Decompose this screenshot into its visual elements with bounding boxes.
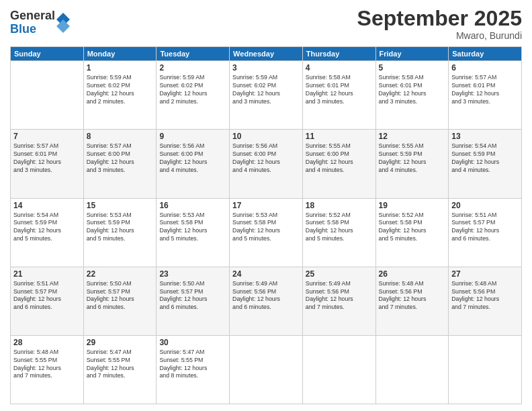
day-info: Sunrise: 5:59 AM Sunset: 6:02 PM Dayligh… [159, 74, 226, 106]
table-row [11, 61, 84, 130]
day-number: 15 [87, 201, 154, 210]
day-number: 9 [159, 132, 226, 141]
day-info: Sunrise: 5:47 AM Sunset: 5:55 PM Dayligh… [159, 349, 226, 381]
day-info: Sunrise: 5:55 AM Sunset: 5:59 PM Dayligh… [379, 142, 446, 175]
table-row: 3Sunrise: 5:59 AM Sunset: 6:02 PM Daylig… [230, 61, 303, 130]
table-row: 8Sunrise: 5:57 AM Sunset: 6:00 PM Daylig… [83, 130, 157, 198]
subtitle: Mwaro, Burundi [357, 30, 522, 41]
day-info: Sunrise: 5:53 AM Sunset: 5:58 PM Dayligh… [232, 212, 300, 244]
calendar-table: Sunday Monday Tuesday Wednesday Thursday… [10, 46, 522, 404]
calendar-week-row: 14Sunrise: 5:54 AM Sunset: 5:59 PM Dayli… [11, 198, 522, 267]
day-number: 1 [87, 63, 154, 73]
table-row: 9Sunrise: 5:56 AM Sunset: 6:00 PM Daylig… [157, 130, 230, 198]
day-info: Sunrise: 5:51 AM Sunset: 5:57 PM Dayligh… [451, 212, 519, 244]
table-row: 28Sunrise: 5:48 AM Sunset: 5:55 PM Dayli… [11, 335, 84, 404]
day-info: Sunrise: 5:57 AM Sunset: 6:01 PM Dayligh… [451, 74, 519, 106]
day-number: 7 [13, 132, 81, 141]
day-number: 26 [379, 269, 446, 279]
calendar-header-row: Sunday Monday Tuesday Wednesday Thursday… [11, 47, 522, 61]
calendar-week-row: 1Sunrise: 5:59 AM Sunset: 6:02 PM Daylig… [11, 61, 522, 130]
table-row: 25Sunrise: 5:49 AM Sunset: 5:56 PM Dayli… [302, 267, 375, 335]
day-number: 25 [306, 269, 373, 279]
day-number: 24 [232, 269, 300, 279]
day-info: Sunrise: 5:54 AM Sunset: 5:59 PM Dayligh… [13, 212, 81, 244]
table-row: 17Sunrise: 5:53 AM Sunset: 5:58 PM Dayli… [230, 198, 303, 267]
day-info: Sunrise: 5:49 AM Sunset: 5:56 PM Dayligh… [306, 280, 373, 312]
col-wednesday: Wednesday [230, 47, 303, 61]
col-thursday: Thursday [302, 47, 375, 61]
day-info: Sunrise: 5:56 AM Sunset: 6:00 PM Dayligh… [232, 142, 300, 175]
table-row: 30Sunrise: 5:47 AM Sunset: 5:55 PM Dayli… [157, 335, 230, 404]
day-number: 22 [87, 269, 154, 279]
day-number: 5 [379, 63, 446, 73]
day-number: 4 [306, 63, 373, 73]
day-info: Sunrise: 5:57 AM Sunset: 6:00 PM Dayligh… [87, 142, 154, 175]
table-row: 6Sunrise: 5:57 AM Sunset: 6:01 PM Daylig… [449, 61, 522, 130]
header: General Blue September 2025 Mwaro, Burun… [10, 7, 522, 41]
day-info: Sunrise: 5:48 AM Sunset: 5:56 PM Dayligh… [451, 280, 519, 312]
table-row: 19Sunrise: 5:52 AM Sunset: 5:58 PM Dayli… [375, 198, 449, 267]
day-info: Sunrise: 5:59 AM Sunset: 6:02 PM Dayligh… [87, 74, 154, 106]
logo-blue: Blue [10, 23, 55, 36]
col-saturday: Saturday [449, 47, 522, 61]
table-row: 26Sunrise: 5:48 AM Sunset: 5:56 PM Dayli… [375, 267, 449, 335]
title-block: September 2025 Mwaro, Burundi [357, 7, 522, 41]
col-friday: Friday [375, 47, 449, 61]
table-row: 29Sunrise: 5:47 AM Sunset: 5:55 PM Dayli… [83, 335, 157, 404]
table-row: 21Sunrise: 5:51 AM Sunset: 5:57 PM Dayli… [11, 267, 84, 335]
day-number: 6 [451, 63, 519, 73]
day-info: Sunrise: 5:54 AM Sunset: 5:59 PM Dayligh… [451, 142, 519, 175]
day-info: Sunrise: 5:55 AM Sunset: 6:00 PM Dayligh… [306, 142, 373, 175]
table-row [375, 335, 449, 404]
col-sunday: Sunday [11, 47, 84, 61]
day-info: Sunrise: 5:50 AM Sunset: 5:57 PM Dayligh… [87, 280, 154, 312]
table-row: 27Sunrise: 5:48 AM Sunset: 5:56 PM Dayli… [449, 267, 522, 335]
day-number: 28 [13, 338, 81, 347]
day-number: 3 [232, 63, 300, 73]
table-row: 10Sunrise: 5:56 AM Sunset: 6:00 PM Dayli… [230, 130, 303, 198]
day-number: 27 [451, 269, 519, 279]
col-monday: Monday [83, 47, 157, 61]
table-row: 2Sunrise: 5:59 AM Sunset: 6:02 PM Daylig… [157, 61, 230, 130]
logo-text: General Blue [10, 9, 55, 36]
day-info: Sunrise: 5:56 AM Sunset: 6:00 PM Dayligh… [159, 142, 226, 175]
table-row: 20Sunrise: 5:51 AM Sunset: 5:57 PM Dayli… [449, 198, 522, 267]
table-row [230, 335, 303, 404]
table-row [302, 335, 375, 404]
table-row: 1Sunrise: 5:59 AM Sunset: 6:02 PM Daylig… [83, 61, 157, 130]
day-number: 2 [159, 63, 226, 73]
day-number: 20 [451, 201, 519, 210]
day-info: Sunrise: 5:58 AM Sunset: 6:01 PM Dayligh… [306, 74, 373, 106]
day-info: Sunrise: 5:49 AM Sunset: 5:56 PM Dayligh… [232, 280, 300, 312]
table-row: 5Sunrise: 5:58 AM Sunset: 6:01 PM Daylig… [375, 61, 449, 130]
table-row: 15Sunrise: 5:53 AM Sunset: 5:59 PM Dayli… [83, 198, 157, 267]
day-info: Sunrise: 5:47 AM Sunset: 5:55 PM Dayligh… [87, 349, 154, 381]
table-row: 13Sunrise: 5:54 AM Sunset: 5:59 PM Dayli… [449, 130, 522, 198]
day-info: Sunrise: 5:59 AM Sunset: 6:02 PM Dayligh… [232, 74, 300, 106]
logo-icon [56, 13, 70, 33]
table-row: 22Sunrise: 5:50 AM Sunset: 5:57 PM Dayli… [83, 267, 157, 335]
day-number: 16 [159, 201, 226, 210]
table-row: 24Sunrise: 5:49 AM Sunset: 5:56 PM Dayli… [230, 267, 303, 335]
day-number: 23 [159, 269, 226, 279]
day-info: Sunrise: 5:52 AM Sunset: 5:58 PM Dayligh… [379, 212, 446, 244]
page: General Blue September 2025 Mwaro, Burun… [0, 0, 532, 411]
table-row: 4Sunrise: 5:58 AM Sunset: 6:01 PM Daylig… [302, 61, 375, 130]
day-info: Sunrise: 5:52 AM Sunset: 5:58 PM Dayligh… [306, 212, 373, 244]
day-number: 12 [379, 132, 446, 141]
day-number: 17 [232, 201, 300, 210]
calendar-week-row: 21Sunrise: 5:51 AM Sunset: 5:57 PM Dayli… [11, 267, 522, 335]
day-info: Sunrise: 5:58 AM Sunset: 6:01 PM Dayligh… [379, 74, 446, 106]
day-info: Sunrise: 5:50 AM Sunset: 5:57 PM Dayligh… [159, 280, 226, 312]
day-number: 19 [379, 201, 446, 210]
col-tuesday: Tuesday [157, 47, 230, 61]
day-info: Sunrise: 5:48 AM Sunset: 5:56 PM Dayligh… [379, 280, 446, 312]
table-row: 23Sunrise: 5:50 AM Sunset: 5:57 PM Dayli… [157, 267, 230, 335]
day-info: Sunrise: 5:51 AM Sunset: 5:57 PM Dayligh… [13, 280, 81, 312]
day-number: 11 [306, 132, 373, 141]
day-number: 29 [87, 338, 154, 347]
logo: General Blue [10, 9, 70, 36]
table-row: 16Sunrise: 5:53 AM Sunset: 5:58 PM Dayli… [157, 198, 230, 267]
day-info: Sunrise: 5:57 AM Sunset: 6:01 PM Dayligh… [13, 142, 81, 175]
day-info: Sunrise: 5:53 AM Sunset: 5:58 PM Dayligh… [159, 212, 226, 244]
